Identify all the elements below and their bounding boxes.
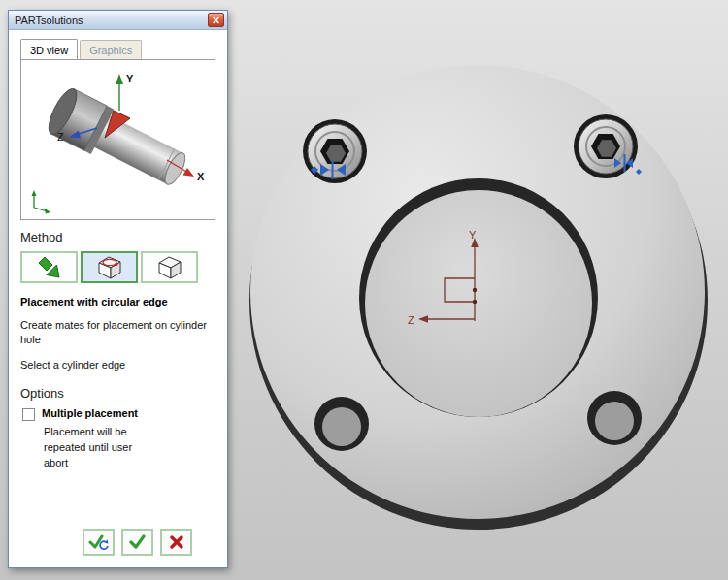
tab-graphics[interactable]: Graphics [80,40,142,60]
screw-top-left[interactable] [303,119,367,183]
method-selected-title: Placement with circular edge [20,296,215,307]
dialog-body: 3D view Graphics [9,30,227,567]
multiple-placement-row: Multiple placement [20,407,215,421]
origin-triad-icon [32,190,51,214]
screw-top-right[interactable] [574,114,638,178]
method-insert-arrow-button[interactable] [20,251,78,283]
dialog-titlebar[interactable]: PARTsolutions [9,11,227,30]
cancel-button[interactable] [160,529,192,556]
close-button[interactable] [208,13,224,27]
close-icon [212,16,220,24]
tab-3d-view[interactable]: 3D view [20,39,78,59]
tab-bar: 3D view Graphics [20,39,215,59]
method-placement-free-button[interactable] [141,251,198,283]
sketch-y-label: Y [469,229,477,241]
flange-part[interactable] [249,65,708,530]
ok-button[interactable] [121,529,153,556]
preview-x-label: X [197,171,205,182]
multiple-placement-checkbox[interactable] [22,408,35,421]
options-heading: Options [20,386,215,401]
method-placement-circular-edge-button[interactable] [81,251,138,283]
check-icon [129,534,147,550]
center-bore-floor[interactable] [365,190,592,417]
sketch-z-label: Z [408,314,414,326]
bolt-hole-bottom-left[interactable] [314,397,369,451]
dialog-title: PARTsolutions [15,15,83,26]
cad-workspace: Y Z PARTsolutions [0,0,728,580]
preview-z-label: Z [57,131,64,143]
sketch-point [473,288,477,292]
y-arrowhead-icon [116,74,123,84]
multiple-placement-label: Multiple placement [42,407,138,419]
check-repeat-icon [88,533,110,552]
cancel-x-icon [169,534,184,550]
part-preview-canvas[interactable]: Y Z X [21,60,215,219]
bolt-hole-bottom-right[interactable] [587,391,642,445]
preview-y-label: Y [126,73,134,84]
method-button-group [20,251,215,283]
preview-part [44,85,193,195]
preview-y-axis: Y [116,73,134,111]
cube-icon [155,254,184,280]
apply-repeat-button[interactable] [83,529,115,556]
sketch-point [473,300,477,304]
dialog-action-buttons [83,529,192,556]
partsolutions-dialog: PARTsolutions 3D view Graphics [8,10,228,568]
x-arrowhead-icon [183,168,195,177]
method-heading: Method [20,230,215,244]
green-arrow-icon [37,255,62,280]
multiple-placement-description: Placement will be repeated until user ab… [44,425,156,471]
part-preview-panel: Y Z X [20,59,215,220]
method-description: Create mates for placement on cylinder h… [20,318,207,348]
method-instruction: Select a cylinder edge [20,359,215,371]
cube-circular-edge-icon [95,254,124,280]
